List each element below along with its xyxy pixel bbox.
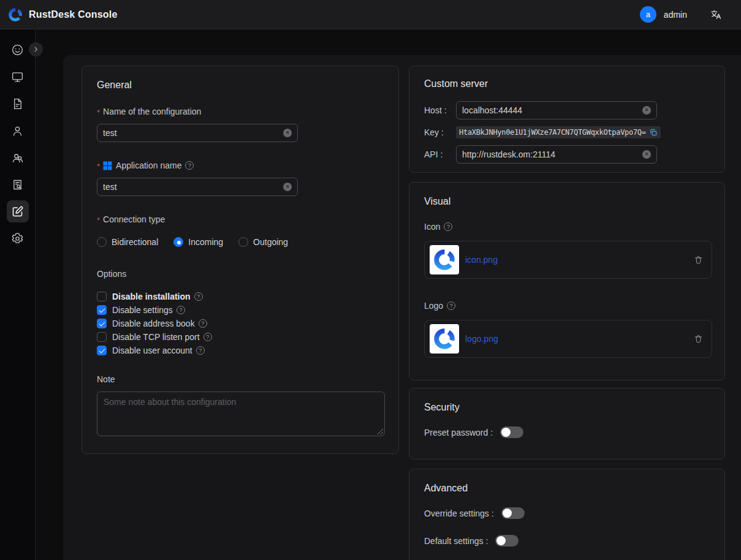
sidebar-item-dashboard[interactable] [7, 39, 29, 61]
avatar[interactable]: a [640, 6, 656, 23]
main-content: General * Name of the configuration * Ap… [63, 55, 741, 560]
help-icon[interactable] [185, 161, 194, 170]
icon-upload-item: icon.png [424, 241, 712, 279]
sidebar-item-devices[interactable] [7, 66, 29, 88]
connection-type-label: Connection type [103, 214, 165, 224]
trash-icon[interactable] [694, 334, 703, 344]
preset-password-label: Preset password : [424, 428, 493, 437]
help-icon[interactable] [447, 301, 455, 310]
required-asterisk: * [97, 164, 100, 170]
config-name-label: Name of the configuration [103, 107, 201, 116]
monitor-icon [11, 70, 24, 83]
logo-file-link[interactable]: logo.png [465, 334, 498, 344]
visual-title: Visual [424, 196, 710, 207]
clear-icon[interactable] [642, 106, 651, 115]
chevron-right-icon [32, 45, 40, 53]
users-icon [11, 151, 24, 164]
trash-icon[interactable] [694, 255, 703, 265]
rustdesk-logo-icon [7, 7, 23, 23]
override-settings-toggle[interactable] [501, 507, 525, 519]
sidebar-item-users[interactable] [7, 119, 29, 142]
required-asterisk: * [97, 110, 100, 116]
options-label: Options [97, 269, 126, 279]
checkbox-icon[interactable] [97, 346, 107, 355]
app-name-input[interactable] [103, 182, 283, 192]
sidebar-item-settings[interactable] [7, 227, 29, 249]
windows-logo-icon [103, 161, 112, 170]
help-icon[interactable] [177, 306, 185, 314]
security-card: Security Preset password : [409, 388, 725, 460]
security-title: Security [424, 402, 710, 413]
help-icon[interactable] [199, 319, 207, 328]
override-settings-label: Override settings : [424, 509, 494, 518]
document-icon [11, 97, 24, 110]
note-field [97, 392, 385, 436]
gear-icon [11, 232, 24, 245]
brand: RustDesk Console [7, 7, 118, 23]
icon-thumbnail [430, 245, 459, 274]
help-icon[interactable] [194, 292, 203, 301]
general-card: General * Name of the configuration * Ap… [82, 66, 399, 454]
required-asterisk: * [97, 218, 100, 224]
sidebar-item-audit[interactable] [7, 173, 29, 195]
default-settings-label: Default settings : [424, 536, 488, 546]
edit-square-icon [11, 205, 24, 218]
sidebar-item-configurations[interactable] [7, 200, 29, 222]
custom-server-title: Custom server [424, 78, 710, 89]
preset-password-toggle[interactable] [500, 426, 523, 438]
radio-outgoing[interactable]: Outgoing [238, 237, 288, 247]
clear-icon[interactable] [642, 150, 651, 159]
app-title: RustDesk Console [29, 9, 118, 20]
host-label: Host : [424, 105, 456, 115]
checkbox-icon[interactable] [97, 319, 107, 328]
config-name-field [97, 124, 298, 142]
key-value: HtaXBkJNHyn0e1U1jWXze7A7CN7QTGWqxkOtpaVp… [459, 128, 646, 137]
radio-icon[interactable] [97, 237, 107, 247]
username[interactable]: admin [664, 10, 687, 20]
option-disable-installation[interactable]: Disable installation [97, 290, 384, 303]
option-disable-address-book[interactable]: Disable address book [97, 317, 384, 330]
radio-icon[interactable] [173, 237, 183, 247]
help-icon[interactable] [196, 346, 205, 355]
copy-icon[interactable] [649, 128, 658, 137]
logo-upload-item: logo.png [424, 320, 712, 358]
help-icon[interactable] [203, 333, 212, 341]
sidebar-expand-button[interactable] [29, 42, 43, 56]
note-textarea[interactable] [97, 392, 384, 436]
key-label: Key : [424, 127, 456, 137]
icon-file-link[interactable]: icon.png [465, 255, 498, 265]
sidebar-item-logs[interactable] [7, 93, 29, 115]
config-name-input[interactable] [103, 128, 283, 138]
radio-bidirectional[interactable]: Bidirectional [97, 237, 158, 247]
smiley-icon [11, 44, 24, 56]
clear-icon[interactable] [283, 183, 292, 191]
clear-icon[interactable] [283, 129, 292, 137]
checkbox-icon[interactable] [97, 332, 107, 342]
note-label: Note [97, 374, 115, 384]
radio-incoming[interactable]: Incoming [173, 237, 223, 247]
app-name-label: Application name [116, 161, 181, 170]
option-disable-user-account[interactable]: Disable user account [97, 344, 384, 357]
translate-icon[interactable] [710, 9, 722, 20]
logo-label: Logo [424, 301, 443, 311]
checkbox-icon[interactable] [97, 292, 107, 301]
default-settings-toggle[interactable] [495, 535, 519, 547]
icon-label: Icon [424, 222, 440, 232]
api-label: API : [424, 149, 456, 159]
option-disable-settings[interactable]: Disable settings [97, 303, 384, 317]
user-icon [11, 124, 24, 137]
api-input[interactable] [462, 149, 642, 159]
advanced-card: Advanced Override settings : Default set… [409, 469, 725, 560]
key-value-chip: HtaXBkJNHyn0e1U1jWXze7A7CN7QTGWqxkOtpaVp… [456, 126, 661, 138]
option-disable-tcp-listen-port[interactable]: Disable TCP listen port [97, 330, 384, 344]
help-icon[interactable] [444, 222, 452, 231]
visual-card: Visual Icon icon.png Logo [409, 182, 725, 380]
host-input[interactable] [462, 105, 642, 115]
radio-icon[interactable] [238, 237, 248, 247]
connection-type-group: Bidirectional Incoming Outgoing [97, 237, 384, 247]
general-title: General [97, 80, 384, 91]
checkbox-icon[interactable] [97, 305, 107, 315]
custom-server-card: Custom server Host : Key : HtaXBkJNHyn0e… [409, 66, 725, 173]
sidebar-item-groups[interactable] [7, 146, 29, 168]
advanced-title: Advanced [424, 483, 710, 494]
